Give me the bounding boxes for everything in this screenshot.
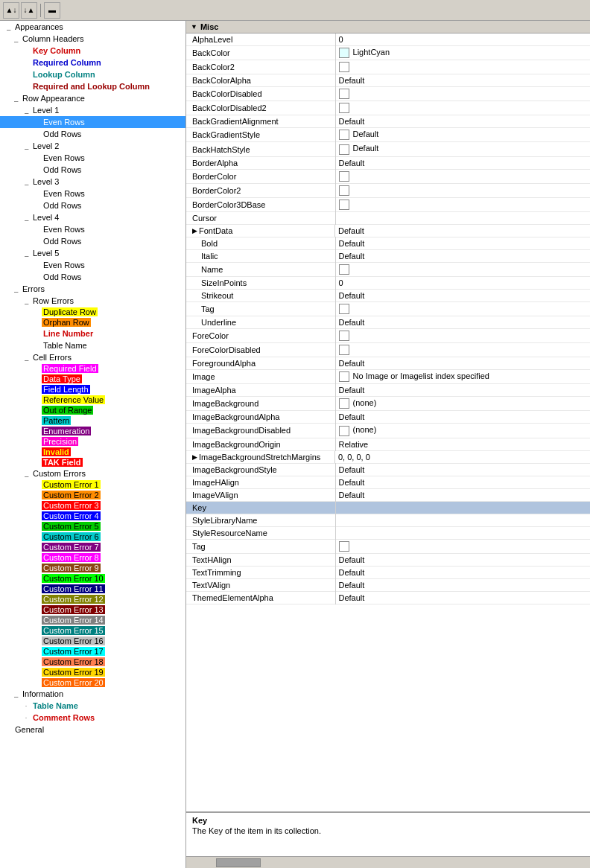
tree-item-cell-errors[interactable]: ⎯ Cell Errors	[0, 351, 185, 363]
tree-item-custom11[interactable]: Custom Error 11	[0, 584, 185, 594]
prop-row-forecolordisabled[interactable]: ForeColorDisabled	[186, 343, 590, 357]
stretch-expand-icon[interactable]: ▶	[192, 453, 197, 461]
fontdata-expand-icon[interactable]: ▶	[192, 227, 197, 234]
expand-level1[interactable]: ⎯	[21, 106, 31, 114]
tree-item-reference-value[interactable]: Reference Value	[0, 395, 185, 405]
tree-item-custom13[interactable]: Custom Error 13	[0, 604, 185, 615]
prop-row-imagebackgroundstyle[interactable]: ImageBackgroundStyle Default	[186, 463, 590, 476]
tree-item-custom4[interactable]: Custom Error 4	[0, 511, 185, 521]
tree-item-custom5[interactable]: Custom Error 5	[0, 521, 185, 532]
horizontal-scrollbar[interactable]	[186, 856, 590, 868]
prop-value-tag-font[interactable]	[335, 301, 590, 316]
tree-item-even-rows5[interactable]: Even Rows	[0, 259, 185, 271]
tree-item-custom14[interactable]: Custom Error 14	[0, 615, 185, 625]
tree-item-custom9[interactable]: Custom Error 9	[0, 563, 185, 573]
prop-value-alphalevel[interactable]: 0	[335, 33, 590, 46]
tree-item-custom18[interactable]: Custom Error 18	[0, 657, 185, 667]
tree-item-required-column[interactable]: Required Column	[0, 57, 185, 68]
tree-item-tak-field[interactable]: TAK Field	[0, 457, 185, 467]
tree-item-custom19[interactable]: Custom Error 19	[0, 667, 185, 677]
prop-value-backgradientstyle[interactable]: Default	[335, 128, 590, 142]
prop-value-key[interactable]	[335, 501, 590, 514]
prop-row-imagebackgroundorigin[interactable]: ImageBackgroundOrigin Relative	[186, 438, 590, 450]
tree-item-custom-errors[interactable]: ⎯ Custom Errors	[0, 467, 185, 479]
tree-item-general[interactable]: General	[0, 724, 185, 735]
tree-item-custom15[interactable]: Custom Error 15	[0, 625, 185, 636]
tree-item-table-name-err[interactable]: Table Name	[0, 339, 185, 351]
tree-item-even-rows2[interactable]: Even Rows	[0, 152, 185, 164]
expand-information[interactable]: ⎯	[10, 690, 21, 698]
prop-value-forecolor[interactable]	[335, 329, 590, 343]
tree-item-odd-rows5[interactable]: Odd Rows	[0, 271, 185, 283]
prop-value-tag[interactable]	[335, 539, 590, 553]
sort-asc-button[interactable]: ▲↓	[3, 2, 19, 19]
prop-value-imagebackgroundstretchmargins[interactable]: 0, 0, 0, 0	[335, 450, 590, 463]
tree-item-level2[interactable]: ⎯ Level 2	[0, 140, 185, 152]
prop-row-italic[interactable]: Italic Default	[186, 249, 590, 262]
prop-value-styleresourcename[interactable]	[335, 526, 590, 539]
tree-item-duplicate-row[interactable]: Duplicate Row	[0, 307, 185, 317]
prop-row-imagebackground[interactable]: ImageBackground (none)	[186, 397, 590, 411]
tree-item-orphan-row[interactable]: Orphan Row	[0, 317, 185, 328]
tree-item-required-lookup-column[interactable]: Required and Lookup Column	[0, 80, 185, 92]
prop-row-backcolordisabled2[interactable]: BackColorDisabled2	[186, 101, 590, 115]
prop-value-textvalign[interactable]: Default	[335, 578, 590, 591]
sort-desc-button[interactable]: ↓▲	[21, 2, 37, 19]
scroll-thumb[interactable]	[216, 858, 261, 867]
tree-item-custom20[interactable]: Custom Error 20	[0, 677, 185, 688]
expand-level5[interactable]: ⎯	[21, 249, 31, 257]
prop-row-imagealpha[interactable]: ImageAlpha Default	[186, 384, 590, 397]
tree-item-table-name[interactable]: · Table Name	[0, 700, 185, 712]
tree-item-custom1[interactable]: Custom Error 1	[0, 479, 185, 490]
prop-value-bordercolor[interactable]	[335, 169, 590, 183]
prop-row-sizeinpoints[interactable]: SizeInPoints 0	[186, 276, 590, 289]
tree-item-information[interactable]: ⎯ Information	[0, 688, 185, 700]
prop-row-imagebackgroundalpha[interactable]: ImageBackgroundAlpha Default	[186, 411, 590, 424]
expand-level3[interactable]: ⎯	[21, 178, 31, 185]
prop-row-underline[interactable]: Underline Default	[186, 316, 590, 329]
tree-item-custom12[interactable]: Custom Error 12	[0, 594, 185, 604]
prop-row-bordercolor3dbase[interactable]: BorderColor3DBase	[186, 197, 590, 211]
expand-level2[interactable]: ⎯	[21, 142, 31, 150]
tree-item-appearances[interactable]: ⎯ Appearances	[0, 21, 185, 33]
tree-item-custom2[interactable]: Custom Error 2	[0, 490, 185, 500]
prop-value-forecolordisabled[interactable]	[335, 343, 590, 357]
tree-item-column-headers[interactable]: ⎯ Column Headers	[0, 33, 185, 45]
tree-item-even-rows3[interactable]: Even Rows	[0, 188, 185, 200]
prop-value-backhatchstyle[interactable]: Default	[335, 142, 590, 156]
prop-value-underline[interactable]: Default	[335, 316, 590, 329]
prop-row-backcolor[interactable]: BackColor LightCyan	[186, 46, 590, 60]
prop-row-tag[interactable]: Tag	[186, 539, 590, 553]
tree-item-level1[interactable]: ⎯ Level 1	[0, 104, 185, 116]
prop-value-imagealpha[interactable]: Default	[335, 384, 590, 397]
prop-row-textvalign[interactable]: TextVAlign Default	[186, 578, 590, 591]
prop-value-texttrimming[interactable]: Default	[335, 566, 590, 578]
prop-value-backcolor[interactable]: LightCyan	[335, 46, 590, 60]
tree-item-odd-rows[interactable]: Odd Rows	[0, 128, 185, 140]
prop-row-foregroundalpha[interactable]: ForegroundAlpha Default	[186, 357, 590, 370]
prop-row-fontdata[interactable]: ▶ FontData Default	[186, 224, 590, 237]
tree-item-enumeration[interactable]: Enumeration	[0, 426, 185, 436]
prop-value-foregroundalpha[interactable]: Default	[335, 357, 590, 370]
prop-value-bordercolor2[interactable]	[335, 183, 590, 197]
expand-row-errors[interactable]: ⎯	[21, 297, 31, 304]
prop-value-fontdata[interactable]: Default	[335, 224, 590, 237]
prop-value-backcoloralpha[interactable]: Default	[335, 74, 590, 87]
prop-value-texthalign[interactable]: Default	[335, 553, 590, 566]
prop-value-italic[interactable]: Default	[335, 249, 590, 262]
prop-row-strikeout[interactable]: Strikeout Default	[186, 289, 590, 301]
prop-value-backcolordisabled2[interactable]	[335, 101, 590, 115]
prop-row-bold[interactable]: Bold Default	[186, 237, 590, 249]
prop-value-imagebackgroundorigin[interactable]: Relative	[335, 438, 590, 450]
prop-value-themedelementalpha[interactable]: Default	[335, 591, 590, 604]
prop-row-cursor[interactable]: Cursor	[186, 211, 590, 224]
prop-row-imagehalign[interactable]: ImageHAlign Default	[186, 476, 590, 488]
tree-item-custom3[interactable]: Custom Error 3	[0, 500, 185, 511]
tree-item-field-length[interactable]: Field Length	[0, 384, 185, 395]
prop-row-key[interactable]: Key	[186, 501, 590, 514]
prop-row-name[interactable]: Name	[186, 262, 590, 276]
tree-item-errors[interactable]: ⎯ Errors	[0, 283, 185, 295]
expand-column-headers[interactable]: ⎯	[10, 35, 21, 42]
prop-value-stylelibraryname[interactable]	[335, 514, 590, 526]
prop-row-themedelementalpha[interactable]: ThemedElementAlpha Default	[186, 591, 590, 604]
